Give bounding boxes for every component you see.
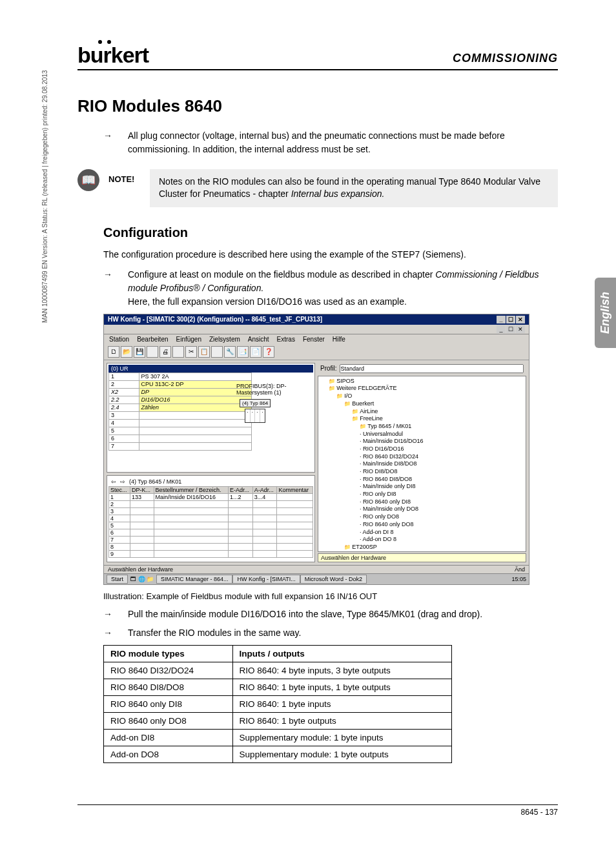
slave-label: (4) Typ 8645 / MK01 <box>129 478 181 485</box>
menu-einfügen[interactable]: Einfügen <box>176 336 201 343</box>
menu-hilfe[interactable]: Hilfe <box>333 336 345 343</box>
menu-ansicht[interactable]: Ansicht <box>248 336 269 343</box>
tree-node[interactable]: RIO DI8/DO8 <box>321 468 523 476</box>
tree-node[interactable]: Add-on DI 8 <box>321 529 523 537</box>
table-header: RIO module types <box>104 645 233 662</box>
toolbar-button[interactable] <box>147 346 158 358</box>
table-header: Inputs / outputs <box>232 645 451 662</box>
table-row: Add-on DI8Supplementary module: 1 byte i… <box>104 729 452 746</box>
tree-node[interactable]: Universalmodul <box>321 431 523 438</box>
nav-back-icon[interactable]: ⇦ <box>111 478 116 485</box>
tree-node[interactable]: Buerkert <box>321 400 523 408</box>
toolbar-button[interactable]: 🖨 <box>159 346 171 358</box>
taskbar-item[interactable]: HW Konfig - [SIMATI... <box>232 575 300 584</box>
note-text: Notes on the RIO modules can also be fou… <box>150 169 558 207</box>
profile-row: Profil: <box>318 363 526 374</box>
tree-node[interactable]: AirLine <box>321 408 523 416</box>
taskbar[interactable]: Start 🗔 🌐 📁 SIMATIC Manager - 864...HW K… <box>104 573 529 584</box>
tree-node[interactable]: SIPOS <box>321 378 523 385</box>
table-row: RIO 8640 DI8/DO8RIO 8640: 1 byte inputs,… <box>104 679 452 695</box>
menu-extras[interactable]: Extras <box>277 336 295 343</box>
tree-node[interactable]: RIO only DO8 <box>321 513 523 521</box>
maximize-icon: ☐ <box>506 316 515 323</box>
arrow-icon: → <box>103 608 115 621</box>
toolbar-button[interactable]: 📂 <box>121 346 132 358</box>
menu-station[interactable]: Station <box>109 336 129 343</box>
tree-node[interactable]: RIO 8640 only DO8 <box>321 521 523 529</box>
tree-node[interactable]: ET200S <box>321 551 523 552</box>
table-row: RIO 8640 only DO8RIO 8640: 1 byte output… <box>104 712 452 729</box>
intro-bullet: → All plug connector (voltage, internal … <box>103 129 558 156</box>
tree-node[interactable]: RIO 8640 DI8/DO8 <box>321 476 523 484</box>
toolbar-button[interactable]: 🗋 <box>108 346 119 358</box>
tree-node[interactable]: RIO 8640 DI32/DO24 <box>321 453 523 461</box>
config-intro: The configuration procedure is described… <box>103 248 558 261</box>
page-title: RIO Modules 8640 <box>77 96 558 116</box>
toolbar-button[interactable]: 💾 <box>134 346 145 358</box>
toolbar-button[interactable]: 📋 <box>198 346 210 358</box>
embedded-screenshot: HW Konfig - [SIMATIC 300(2) (Konfigurati… <box>103 314 529 585</box>
note-icon: 📖 <box>77 169 99 191</box>
taskbar-item[interactable]: SIMATIC Manager - 864... <box>156 575 232 584</box>
tree-node[interactable]: RIO DI16/DO16 <box>321 445 523 453</box>
status-bar: Auswählen der Hardware Änd <box>104 565 529 573</box>
window-titlebar: HW Konfig - [SIMATIC 300(2) (Konfigurati… <box>104 314 529 325</box>
tree-node[interactable]: Main/Inside only DI8 <box>321 483 523 491</box>
menu-bearbeiten[interactable]: Bearbeiten <box>137 336 168 343</box>
tree-node[interactable]: RIO 8640 only DI8 <box>321 498 523 506</box>
page-footer: 8645 - 137 <box>77 804 558 817</box>
tree-node[interactable]: I/O <box>321 393 523 400</box>
toolbar-button[interactable] <box>172 346 184 358</box>
nav-fwd-icon[interactable]: ⇨ <box>120 478 125 485</box>
close-icon: ✕ <box>516 316 525 323</box>
toolbar-button[interactable]: ❓ <box>263 346 274 358</box>
note-label: NOTE! <box>108 169 141 184</box>
tree-node[interactable]: Main/Inside DI16/DO16 <box>321 438 523 445</box>
profile-select[interactable] <box>340 364 524 373</box>
toolbar-button[interactable] <box>211 346 223 358</box>
toolbar[interactable]: 🗋📂💾🖨✂📋🔧📑📄❓ <box>104 344 529 360</box>
tree-node[interactable]: Weitere FELDGERÄTE <box>321 385 523 393</box>
menubar[interactable]: StationBearbeitenEinfügenZielsystemAnsic… <box>104 334 529 344</box>
tree-node[interactable]: Typ 8645 / MK01 <box>321 423 523 431</box>
toolbar-button[interactable]: ✂ <box>185 346 197 358</box>
tree-node[interactable]: Main/Inside only DO8 <box>321 506 523 513</box>
menu-fenster[interactable]: Fenster <box>303 336 325 343</box>
illustration-caption: Illustration: Example of Fieldbus module… <box>103 591 558 601</box>
tree-node[interactable]: Main/Inside DI8/DO8 <box>321 460 523 468</box>
tree-status: Auswählen der Hardware <box>318 553 526 562</box>
profile-label: Profil: <box>320 365 337 372</box>
inner-titlebar: _☐✕ <box>104 325 529 334</box>
logo: burkert <box>77 45 149 65</box>
table-row: RIO 8640 only DI8RIO 8640: 1 byte inputs <box>104 695 452 712</box>
window-controls[interactable]: _☐✕ <box>497 316 525 323</box>
page-header: burkert COMMISSIONING <box>77 45 558 70</box>
hardware-catalog-tree[interactable]: SIPOSWeitere FELDGERÄTEI/OBuerkertAirLin… <box>318 376 526 552</box>
tree-node[interactable]: Add-on DO 8 <box>321 536 523 544</box>
tray-icons[interactable]: 🗔 🌐 📁 <box>130 576 154 582</box>
clock: 15:05 <box>511 576 526 582</box>
menu-zielsystem[interactable]: Zielsystem <box>209 336 240 343</box>
arrow-icon: → <box>103 129 115 156</box>
inner-window-controls[interactable]: _☐✕ <box>497 325 525 333</box>
start-button[interactable]: Start <box>107 575 128 584</box>
toolbar-button[interactable]: 📑 <box>237 346 249 358</box>
taskbar-item[interactable]: Microsoft Word - Dok2 <box>300 575 367 584</box>
toolbar-button[interactable]: 🔧 <box>224 346 236 358</box>
module-assignment-table[interactable]: Stec...DP-K...Bestellnummer / Bezeich.E-… <box>108 486 313 558</box>
tree-node[interactable]: FreeLine <box>321 415 523 423</box>
section-label: COMMISSIONING <box>453 52 558 65</box>
tree-node[interactable]: RIO only DI8 <box>321 491 523 498</box>
device-node[interactable]: (4) Typ 864 ···· <box>240 399 271 424</box>
bus-label: PROFIBUS(3): DP-Mastersystem (1) <box>236 383 314 396</box>
intro-text: All plug connector (voltage, internal bu… <box>128 129 558 156</box>
language-tab[interactable]: English <box>595 278 616 348</box>
arrow-icon: → <box>103 268 115 309</box>
config-bullet-text: Configure at least on module on the fiel… <box>128 268 558 309</box>
instruction-bullet: →Pull the main/inside module DI16/DO16 i… <box>103 608 558 621</box>
rack-header: (0) UR <box>108 365 313 373</box>
arrow-icon: → <box>103 626 115 640</box>
toolbar-button[interactable]: 📄 <box>250 346 262 358</box>
tree-node[interactable]: ET200SP <box>321 544 523 551</box>
rack-slot-table[interactable]: 1PS 307 2A2CPU 313C-2 DPX2DP2.2DI16/DO16… <box>108 373 252 451</box>
